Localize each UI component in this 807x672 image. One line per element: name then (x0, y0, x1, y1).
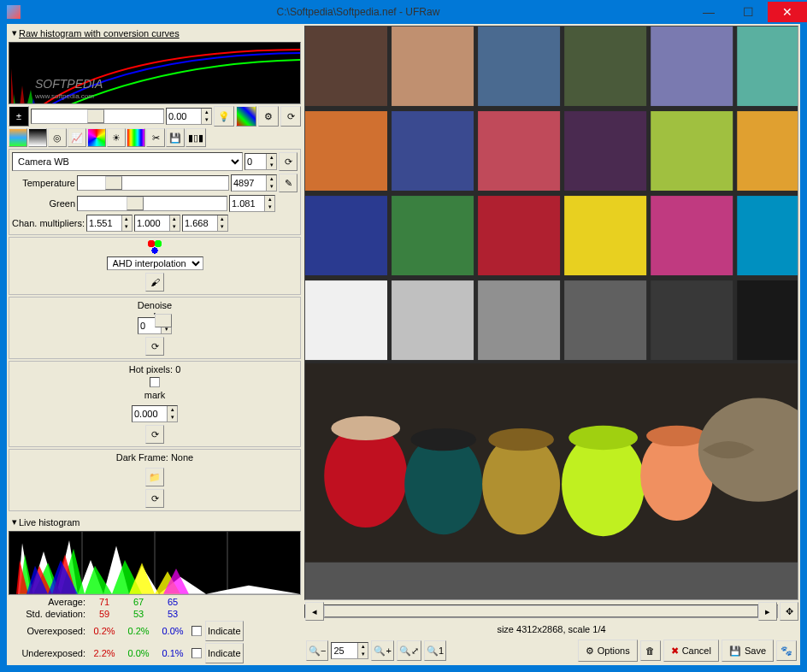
color-tab[interactable] (87, 128, 106, 147)
under-indicate-checkbox[interactable] (191, 648, 202, 658)
live-histogram-header[interactable]: ▾ Live histogram (9, 515, 301, 529)
svg-rect-22 (305, 280, 387, 360)
grayscale-tab[interactable] (28, 128, 47, 147)
hotpixels-spin[interactable]: ▴▾ (132, 405, 178, 422)
folder-icon: 📁 (149, 472, 161, 483)
save-button[interactable]: 💾Save (722, 640, 774, 662)
exposure-mode-button[interactable]: ± (9, 106, 29, 127)
svg-point-32 (410, 428, 476, 451)
raw-histogram-title: Raw histogram with conversion curves (19, 28, 180, 38)
move-icon[interactable]: ✥ (780, 602, 798, 621)
wb-preset-spin[interactable]: ▴▾ (244, 153, 277, 170)
temperature-spin[interactable]: ▴▾ (231, 174, 277, 192)
h-scrollbar[interactable]: ◂ ▸ (304, 604, 778, 618)
exposure-value[interactable] (167, 109, 201, 124)
gimp-button[interactable]: 🐾 (776, 640, 797, 661)
wb-tab[interactable] (9, 128, 27, 147)
raw-histogram-header[interactable]: ▾ Raw histogram with conversion curves (9, 26, 301, 40)
svg-rect-14 (651, 111, 733, 191)
svg-rect-8 (651, 27, 733, 106)
basecurve-tab[interactable]: 📈 (68, 128, 86, 147)
zoom-100-icon: 🔍1 (427, 645, 444, 657)
darkframe-reset-button[interactable]: ⟳ (145, 489, 164, 508)
chan-label: Chan. multipliers: (12, 218, 85, 228)
temp-label: Temperature (12, 178, 75, 188)
zoom-fit-button[interactable]: 🔍⤢ (397, 640, 421, 661)
delete-button[interactable]: 🗑 (640, 640, 661, 661)
exif-tab[interactable]: ▮▯▮ (186, 128, 206, 147)
svg-rect-6 (478, 27, 560, 106)
under-label: Underexposed: (9, 648, 85, 658)
interpolation-section: AHD interpolation 🖌 (9, 237, 301, 295)
interpolation-button[interactable]: 🖌 (145, 273, 164, 292)
svg-point-30 (331, 416, 400, 440)
minimize-button[interactable]: — (689, 2, 728, 22)
refresh-icon: ⟳ (287, 111, 295, 122)
over-indicate-button[interactable]: Indicate (205, 621, 244, 641)
denoise-section: Denoise ▴▾ ⟳ (9, 297, 301, 359)
chan2-spin[interactable]: ▴▾ (134, 215, 180, 232)
reset-exposure-button[interactable]: ⟳ (280, 106, 301, 127)
preview-area[interactable] (304, 26, 798, 600)
whitebalance-section: Camera WB ▴▾ ⟳ Temperature ▴▾ ✎ (9, 149, 301, 235)
svg-rect-7 (564, 27, 646, 106)
zoom-out-button[interactable]: 🔍− (306, 640, 328, 661)
crop-tab[interactable]: ✂ (146, 128, 165, 147)
avg-label: Average: (9, 597, 85, 607)
denoise-reset-button[interactable]: ⟳ (145, 337, 164, 356)
zoom-in-icon: 🔍+ (374, 645, 391, 657)
wb-preset-combo[interactable]: Camera WB (12, 152, 243, 171)
eyedropper-button[interactable]: ✎ (279, 174, 297, 192)
interpolation-combo[interactable]: AHD interpolation (107, 256, 203, 270)
exposure-spin[interactable]: ▴▾ (166, 108, 212, 125)
temperature-slider[interactable] (77, 175, 229, 191)
hotpixels-reset-button[interactable]: ⟳ (145, 425, 164, 444)
maximize-button[interactable]: ☐ (728, 2, 768, 22)
sun-icon: ☀ (112, 133, 121, 144)
app-icon (7, 5, 21, 19)
chan3-spin[interactable]: ▴▾ (182, 215, 228, 232)
avg-row: Average: 71 67 65 (9, 597, 301, 607)
cancel-button[interactable]: ✖Cancel (663, 640, 719, 662)
darkframe-open-button[interactable]: 📁 (145, 468, 164, 486)
green-slider[interactable] (77, 196, 227, 211)
scroll-right-icon[interactable]: ▸ (758, 602, 777, 621)
zoom-in-button[interactable]: 🔍+ (371, 640, 393, 661)
mark-label: mark (144, 390, 165, 400)
luminosity-tab[interactable] (127, 128, 145, 147)
gear-icon: ⚙ (264, 111, 273, 122)
window-title: C:\Softpedia\Softpedia.nef - UFRaw (27, 6, 689, 18)
zoom-spin[interactable]: ▴▾ (331, 642, 368, 659)
lens-tab[interactable]: ◎ (48, 128, 67, 147)
exposure-slider[interactable] (31, 109, 164, 124)
content-area: ▾ Raw histogram with conversion curves S… (7, 24, 800, 665)
titlebar: C:\Softpedia\Softpedia.nef - UFRaw — ☐ ✕ (0, 0, 807, 24)
restore-button[interactable]: 💡 (214, 106, 234, 127)
options-button[interactable]: ⚙Options (578, 640, 638, 662)
lightness-tab[interactable]: ☀ (107, 128, 126, 147)
cancel-icon: ✖ (671, 645, 679, 657)
spin-up-icon[interactable]: ▴ (201, 109, 211, 116)
std-label: Std. deviation: (9, 609, 85, 619)
under-row: Underexposed: 2.2% 0.0% 0.1% Indicate (9, 643, 301, 663)
chan1-spin[interactable]: ▴▾ (86, 215, 133, 232)
scroll-left-icon[interactable]: ◂ (305, 602, 324, 621)
zoom-100-button[interactable]: 🔍1 (424, 640, 446, 661)
watermark-text: SOFTPEDIA (35, 77, 103, 91)
green-spin[interactable]: ▴▾ (229, 195, 275, 212)
clip-button[interactable] (236, 106, 256, 127)
over-indicate-checkbox[interactable] (191, 626, 202, 636)
mark-checkbox[interactable] (150, 377, 160, 387)
spin-down-icon[interactable]: ▾ (201, 116, 211, 124)
svg-rect-17 (392, 196, 474, 275)
crop-icon: ✂ (152, 133, 160, 144)
auto-exposure-button[interactable]: ⚙ (258, 106, 279, 127)
bulb-icon: 💡 (218, 111, 230, 122)
under-indicate-button[interactable]: Indicate (205, 643, 244, 663)
over-row: Overexposed: 0.2% 0.2% 0.0% Indicate (9, 621, 301, 641)
wb-reset-button[interactable]: ⟳ (279, 152, 297, 171)
save-tab[interactable]: 💾 (166, 128, 185, 147)
svg-point-36 (568, 426, 638, 450)
denoise-slider[interactable] (154, 313, 156, 315)
close-button[interactable]: ✕ (768, 2, 807, 22)
